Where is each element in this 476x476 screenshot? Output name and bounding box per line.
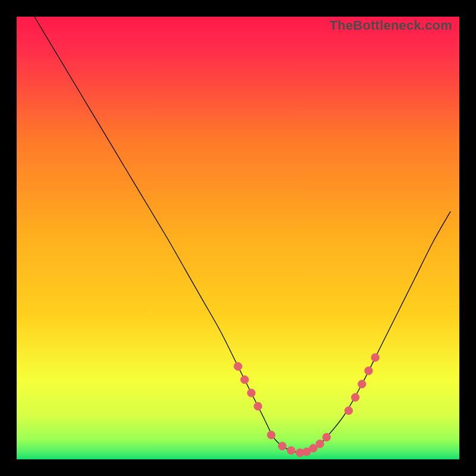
- highlight-dot: [358, 380, 366, 388]
- outer-black-frame: TheBottleneck.com: [0, 0, 476, 476]
- bottleneck-curve: [35, 17, 450, 453]
- watermark-text: TheBottleneck.com: [330, 19, 452, 32]
- highlight-dot: [345, 406, 352, 414]
- chart-overlay: [17, 17, 459, 459]
- highlight-dot: [267, 431, 275, 439]
- highlight-dot: [278, 442, 286, 450]
- highlight-dot: [287, 446, 295, 454]
- highlight-dot: [365, 367, 372, 375]
- highlight-dot: [316, 440, 324, 447]
- highlight-dot: [351, 393, 359, 401]
- highlight-dot: [240, 375, 248, 383]
- highlight-dot: [248, 389, 255, 397]
- highlight-dots: [234, 353, 379, 456]
- highlight-dot: [234, 362, 242, 370]
- highlight-dot: [254, 402, 262, 410]
- plot-area: TheBottleneck.com: [17, 17, 459, 459]
- highlight-dot: [322, 433, 330, 441]
- highlight-dot: [371, 353, 379, 361]
